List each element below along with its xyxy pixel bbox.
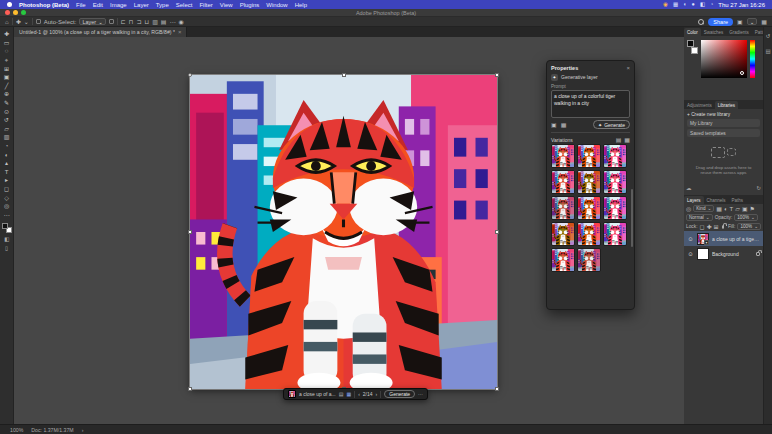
reference-image-icon[interactable]: ▣ bbox=[551, 120, 557, 130]
more-options-icon[interactable]: ⋯ bbox=[418, 389, 423, 399]
transform-handle[interactable] bbox=[495, 387, 499, 391]
kind-filter-dropdown[interactable]: Kind ⌄ bbox=[693, 205, 714, 212]
layer-thumbnail[interactable] bbox=[697, 248, 709, 260]
menu-item-plugins[interactable]: Plugins bbox=[240, 2, 260, 8]
tab-color[interactable]: Color bbox=[684, 28, 701, 36]
transform-handle[interactable] bbox=[188, 73, 192, 77]
variation-thumbnail[interactable] bbox=[577, 170, 601, 194]
eraser-tool[interactable]: ▱ bbox=[1, 125, 13, 134]
screen-mode-button[interactable]: ▯ bbox=[5, 245, 8, 251]
menu-item-window[interactable]: Window bbox=[266, 2, 287, 8]
sync-icon[interactable]: ↻ bbox=[756, 183, 761, 193]
frame-tool[interactable]: ▣ bbox=[1, 73, 13, 82]
brush-tool[interactable]: ✎ bbox=[1, 99, 13, 108]
fg-bg-color-swatches[interactable] bbox=[687, 40, 698, 54]
generated-image-layer[interactable] bbox=[190, 75, 497, 389]
siri-icon[interactable]: ◔ bbox=[710, 0, 713, 9]
variation-thumbnail[interactable] bbox=[551, 248, 575, 272]
foreground-color-swatch[interactable] bbox=[2, 223, 8, 229]
display-icon[interactable]: ▦ bbox=[673, 0, 678, 9]
visibility-eye-icon[interactable]: ⊙ bbox=[687, 251, 694, 257]
taskbar-prompt-text[interactable]: a close up of a... bbox=[299, 391, 336, 397]
gradient-tool[interactable]: ▥ bbox=[1, 133, 13, 142]
history-panel-icon[interactable]: ↺ bbox=[766, 31, 771, 41]
dodge-tool[interactable]: ◐ bbox=[1, 150, 13, 159]
layer-search-icon[interactable]: ◎ bbox=[686, 204, 691, 214]
generate-button[interactable]: ✦ Generate bbox=[593, 120, 630, 129]
history-brush-tool[interactable]: ↺ bbox=[1, 116, 13, 125]
hue-slider[interactable] bbox=[750, 40, 755, 78]
battery-icon[interactable]: ◖ bbox=[683, 0, 686, 9]
menu-item-file[interactable]: File bbox=[76, 2, 86, 8]
show-transform-checkbox[interactable] bbox=[109, 19, 114, 24]
variation-thumbnail[interactable] bbox=[577, 144, 601, 168]
lock-artboard-icon[interactable]: ⊞ bbox=[713, 222, 718, 232]
more-options-icon[interactable]: ⋯ bbox=[170, 17, 176, 27]
align-right-icon[interactable]: ⊐ bbox=[136, 17, 141, 27]
variation-thumbnail[interactable] bbox=[551, 196, 575, 220]
transform-handle[interactable] bbox=[495, 73, 499, 77]
chevron-down-icon[interactable]: ⌄ bbox=[24, 17, 29, 27]
status-chevron-icon[interactable]: › bbox=[82, 427, 84, 433]
home-icon[interactable]: ⌂ bbox=[5, 17, 9, 27]
type-tool[interactable]: T bbox=[1, 168, 13, 177]
blur-tool[interactable]: ◔ bbox=[1, 142, 13, 151]
tab-close-icon[interactable]: × bbox=[178, 29, 182, 35]
foreground-color-swatch[interactable] bbox=[687, 40, 694, 47]
prompt-input[interactable]: a close up of a colorful tiger walking i… bbox=[551, 90, 630, 118]
layer-row-background[interactable]: ⊙ Background bbox=[684, 246, 763, 261]
hand-tool[interactable]: ◇ bbox=[1, 193, 13, 202]
tab-libraries[interactable]: Libraries bbox=[715, 101, 738, 109]
wifi-icon[interactable]: ● bbox=[691, 0, 694, 9]
apple-menu-icon[interactable] bbox=[7, 2, 12, 7]
layer-thumbnail[interactable]: ✦ bbox=[697, 233, 709, 245]
menubar-clock[interactable]: Thu 27 Jan 16:26 bbox=[718, 2, 765, 8]
properties-icon[interactable]: ▤ bbox=[339, 389, 344, 399]
saved-templates-button[interactable]: Saved templates bbox=[687, 129, 760, 137]
transform-handle[interactable] bbox=[188, 230, 192, 234]
menu-item-image[interactable]: Image bbox=[110, 2, 127, 8]
menu-item-app[interactable]: Photoshop (Beta) bbox=[19, 2, 69, 8]
crop-tool[interactable]: ⊞ bbox=[1, 64, 13, 73]
variation-thumbnail[interactable] bbox=[603, 196, 627, 220]
opacity-dropdown[interactable]: 100% ⌄ bbox=[734, 214, 758, 221]
create-library-link[interactable]: + Create new library bbox=[687, 112, 760, 117]
scrollbar-thumb[interactable] bbox=[631, 189, 633, 247]
visibility-eye-icon[interactable]: ⊙ bbox=[687, 236, 694, 242]
layer-name[interactable]: Background bbox=[712, 251, 752, 257]
distribute-v-icon[interactable]: ▤ bbox=[161, 17, 167, 27]
close-panel-icon[interactable]: × bbox=[626, 65, 630, 71]
move-tool-icon[interactable]: ✚ bbox=[16, 17, 21, 27]
menu-item-edit[interactable]: Edit bbox=[93, 2, 103, 8]
transform-handle[interactable] bbox=[188, 387, 192, 391]
image-preview-icon[interactable]: ▣ bbox=[737, 17, 743, 27]
blend-mode-dropdown[interactable]: Normal ⌄ bbox=[686, 214, 713, 221]
lasso-tool[interactable]: ◌ bbox=[1, 47, 13, 56]
generate-similar-icon[interactable]: ▦ bbox=[561, 120, 567, 130]
control-center-icon[interactable]: ◧ bbox=[700, 0, 705, 9]
filter-adjustment-icon[interactable]: ◐ bbox=[724, 204, 728, 214]
zoom-level[interactable]: 100% bbox=[10, 427, 23, 433]
menu-item-select[interactable]: Select bbox=[176, 2, 193, 8]
zoom-tool[interactable]: ◎ bbox=[1, 202, 13, 211]
search-icon[interactable] bbox=[698, 19, 704, 25]
variation-thumbnail[interactable] bbox=[603, 170, 627, 194]
tab-swatches[interactable]: Swatches bbox=[701, 28, 727, 36]
filter-pixel-icon[interactable]: ▦ bbox=[716, 204, 722, 214]
background-color-swatch[interactable] bbox=[691, 47, 698, 54]
previous-variation-icon[interactable]: ‹ bbox=[358, 389, 360, 399]
library-dropdown[interactable]: My Library bbox=[687, 119, 760, 127]
filter-shape-icon[interactable]: ▱ bbox=[735, 204, 740, 214]
layer-row-generative[interactable]: ⊙ ✦ a close up of a tiger walking in a c… bbox=[684, 231, 763, 246]
object-selection-tool[interactable]: ⌖ bbox=[1, 56, 13, 65]
clone-stamp-tool[interactable]: ⊙ bbox=[1, 107, 13, 116]
transform-handle[interactable] bbox=[495, 230, 499, 234]
upload-cloud-icon[interactable]: ☁ bbox=[686, 183, 692, 193]
next-variation-icon[interactable]: › bbox=[376, 389, 378, 399]
comments-panel-icon[interactable]: ▤ bbox=[765, 46, 770, 56]
shape-tool[interactable]: ◻ bbox=[1, 185, 13, 194]
variation-thumbnail[interactable] bbox=[577, 222, 601, 246]
align-bottom-icon[interactable]: ⊔ bbox=[145, 17, 150, 27]
variation-thumbnail[interactable] bbox=[551, 222, 575, 246]
zoom-dropdown[interactable]: ⌄ bbox=[747, 18, 758, 25]
